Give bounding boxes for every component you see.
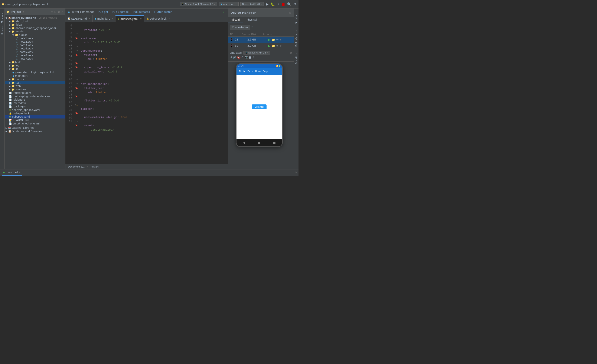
phone-home-icon[interactable]: ● [258,141,260,144]
project-settings-icon[interactable]: ⚙ [58,10,60,13]
tree-assets[interactable]: ▼ 📁 assets [5,30,65,33]
emulator-close-icon[interactable]: ✕ [267,52,268,54]
structure-tab[interactable]: Structure [294,10,298,26]
bookmark-30[interactable]: 🔖 [75,124,78,127]
emu-screenshot-icon[interactable]: 📷 [245,56,248,59]
emu-more-icon[interactable]: ⋮ [252,56,255,59]
device-edit-32[interactable]: ✏ [276,44,279,47]
bookmark-23[interactable]: 🔖 [75,95,78,98]
tree-pubspec-yaml[interactable]: ⚙ pubspec.yaml [5,115,65,119]
panel-add-icon[interactable]: + [283,63,286,67]
fold-12[interactable]: ▼ [77,49,78,52]
tree-iml[interactable]: 📄 smart_xylophone.iml [5,122,65,125]
main-dart-tab-close[interactable]: ✕ [111,17,113,20]
tree-external-libs[interactable]: ▶ 📚 External Libraries [5,126,65,130]
tab-main-dart[interactable]: ◆ main.dart ✕ [93,15,116,22]
device-edit-28[interactable]: ✏ [276,38,279,41]
tree-pubspec-lock[interactable]: 🔒 pubspec.lock [5,112,65,115]
settings-icon[interactable]: ⚙ [293,2,297,7]
debug-icon[interactable]: 🐛 [270,2,275,7]
device-selector-1[interactable]: 📱 Nexus 6 API 28 (mobile) ▾ [180,2,217,6]
tree-metadata[interactable]: 📄 .metadata [5,102,65,105]
device-folder-28[interactable]: 📁 [272,38,275,41]
create-device-button[interactable]: Create device [230,25,250,30]
device-tab-physical[interactable]: Physical [243,17,260,23]
tree-windows[interactable]: ▶ 📁 windows [5,88,65,91]
device-manager-settings-icon[interactable]: ⚙ [289,11,291,14]
bookmark-16[interactable]: 🔖 [75,66,78,69]
code-editor[interactable]: 6 7 8 9 10 11 12 13 14 15 16 17 18 19 20… [65,22,228,164]
fold-25[interactable]: ▼ [75,103,76,107]
tree-note7[interactable]: 🎵 note7.wav [5,57,65,61]
device-row-32[interactable]: 📱 32 3.2 GB ▶ 📁 ✏ ▾ [228,43,294,49]
tree-gitignore[interactable]: 📄 .gitignore [5,98,65,102]
fold-29[interactable]: ▼ [77,120,78,123]
tab-readme[interactable]: 📝 README.md ✕ [65,15,93,22]
favorites-tab[interactable]: Favorites [294,51,298,67]
stop-icon[interactable]: ■ [281,2,285,7]
tree-web[interactable]: ▶ 📁 web [5,84,65,88]
tree-android[interactable]: ▶ 📁 android [smart_xylophone_andr... [5,26,65,30]
tree-note6[interactable]: 🎵 note6.wav [5,54,65,57]
fold-20[interactable]: ▼ [77,82,78,86]
settings-bottom-icon[interactable]: ⚙ [295,171,297,174]
fold-11[interactable]: ▼ [77,45,78,48]
device-selector-dart[interactable]: ◆ main.dart ▾ [219,2,239,6]
tree-note2[interactable]: 🎵 note2.wav [5,40,65,43]
resource-manager-tab[interactable]: Resource Manager [0,10,4,37]
device-more-32[interactable]: ▾ [280,44,282,47]
tree-ios[interactable]: ▶ 📁 ios [5,64,65,67]
tree-scratches[interactable]: ▶ 📋 Scratches and Consoles [5,130,65,133]
device-folder-32[interactable]: 📁 [272,44,275,47]
breadcrumb-file[interactable]: pubspec.yaml [30,3,48,6]
emu-volume-icon[interactable]: 🔊 [233,56,236,59]
search-icon[interactable]: 🔍 [287,2,292,7]
bookmark-13[interactable]: 🔖 [75,54,78,57]
device-play-28[interactable]: ▶ [268,38,270,41]
run-tab[interactable]: ▶ main.dart ✕ [2,169,22,176]
tree-note3[interactable]: 🎵 note3.wav [5,43,65,47]
code-content[interactable]: version: 1.0.0+1 environment: sdk: ">=2.… [78,22,228,164]
bookmark-27[interactable]: 🔖 [75,112,78,115]
tree-macos[interactable]: ▶ 📁 macos [5,78,65,81]
breadcrumb-project[interactable]: 📁 smart_xylophone [2,3,27,6]
fold-19[interactable]: ▼ [77,79,78,82]
device-row-28[interactable]: 📱 28 2.5 GB ▶ 📁 ✏ ▾ [228,37,294,43]
tree-readme[interactable]: 📝 README.md [5,119,65,122]
tree-build[interactable]: ▶ 📁 build [5,61,65,64]
phone-recents-icon[interactable]: ■ [273,141,276,144]
tree-flutter-plugins[interactable]: 📄 .flutter-plugins [5,91,65,95]
tree-generated-plugin[interactable]: ◆ generated_plugin_registrant.d... [5,71,65,74]
tree-analysis-options[interactable]: ⚙ analysis_options.yaml [5,108,65,112]
run-icon[interactable]: ▶ [266,2,269,7]
fold-8[interactable]: ▼ [77,33,78,36]
pub-outdated-btn[interactable]: Pub outdated [133,10,150,13]
tree-root[interactable]: ▼ 🏠 smart_xylophone ~/StudioProjects [5,16,65,20]
emulator-settings-icon[interactable]: ⚙ [290,51,292,54]
tree-test[interactable]: ▶ 📁 test [5,81,65,84]
pub-upgrade-btn[interactable]: Pub upgrade [112,10,129,13]
hide-panel-icon[interactable]: ✕ [61,10,63,13]
bookmark-21[interactable]: 🔖 [75,87,78,90]
build-variants-tab[interactable]: Build Variants [294,28,298,49]
profile-icon[interactable]: ⚡ [276,2,280,7]
run-tab-close[interactable]: ✕ [19,171,21,174]
phone-back-icon[interactable]: ◀ [243,141,245,144]
project-title-dropdown[interactable]: ▾ [23,10,24,13]
tree-audios[interactable]: ▼ 📁 audios [5,33,65,37]
tree-note5[interactable]: 🎵 note5.wav [5,50,65,54]
device-tab-virtual[interactable]: Virtual [228,17,243,23]
device-help-icon[interactable]: ? [251,26,253,29]
tree-lib[interactable]: ▼ 📁 lib [5,67,65,71]
tree-main-dart[interactable]: ◆ main.dart [5,74,65,78]
bookmark-15[interactable]: 🔖 [75,62,78,65]
pubspec-lock-tab-close[interactable]: ✕ [168,17,170,20]
pub-get-btn[interactable]: Pub get [98,10,108,13]
tab-pubspec-lock[interactable]: 🔒 pubspec.lock ✕ [144,15,172,22]
tree-dart-tool[interactable]: ▶ 📁 .dart_tool [5,20,65,23]
phone-click-button[interactable]: Click Me! [252,104,267,109]
device-play-32[interactable]: ▶ [268,44,270,47]
emu-mute-icon[interactable]: 🔇 [237,56,241,59]
emu-stop-icon[interactable]: ■ [249,56,251,59]
tree-note4[interactable]: 🎵 note4.wav [5,47,65,50]
